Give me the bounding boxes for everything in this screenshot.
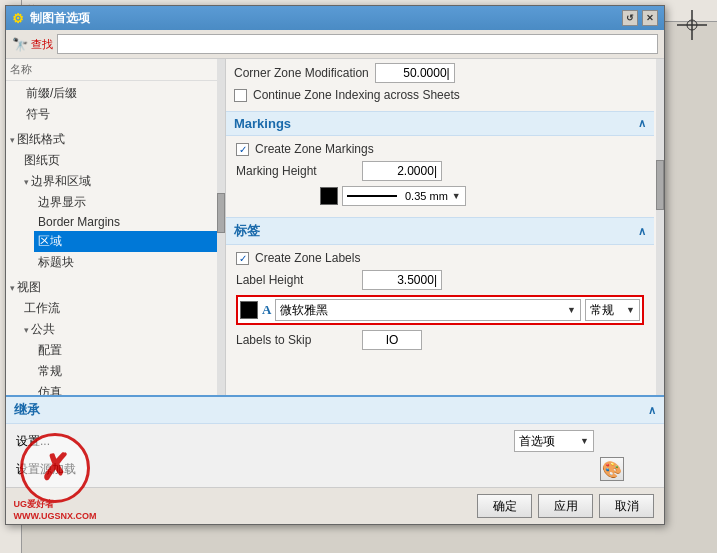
font-icon: A	[262, 302, 271, 318]
tree-item-border-display[interactable]: 边界显示	[34, 192, 225, 213]
corner-zone-label: Corner Zone Modification	[234, 66, 369, 80]
tree-label-border-zone[interactable]: ▾ 边界和区域	[20, 171, 225, 192]
labels-skip-row: Labels to Skip	[236, 330, 644, 350]
ok-button[interactable]: 确定	[477, 494, 532, 518]
markings-collapse-arrow[interactable]: ∧	[638, 117, 646, 130]
watermark-line2: WWW.UGSNX.COM	[14, 511, 97, 521]
tree-vscrollbar[interactable]	[217, 59, 225, 395]
label-height-label: Label Height	[236, 273, 356, 287]
tree-group-drawing: ▾ 图纸格式 图纸页 ▾ 边界和区域 边界显示	[6, 127, 225, 275]
font-select[interactable]: 微软雅黑 ▼	[275, 299, 581, 321]
inherit-row2: 设置源加载 🎨	[16, 457, 654, 481]
crosshair-cursor	[677, 10, 707, 40]
tree-col-name: 名称	[10, 62, 32, 77]
gear-icon: ⚙	[12, 11, 24, 26]
crosshair-svg	[677, 10, 707, 40]
right-panel-inner: Corner Zone Modification Continue Zone I…	[226, 59, 664, 361]
labels-collapse-arrow[interactable]: ∧	[638, 225, 646, 238]
line-preview-line	[347, 195, 397, 197]
line-style-row: 0.35 mm ▼	[236, 186, 644, 206]
line-color-swatch[interactable]	[320, 187, 338, 205]
tree-subchildren: 边界显示 Border Margins 区域 标题块	[20, 192, 225, 273]
create-labels-checkbox[interactable]: ✓	[236, 252, 249, 265]
tree-item-border-margins[interactable]: Border Margins	[34, 213, 225, 231]
font-row: A 微软雅黑 ▼ 常规 ▼	[236, 295, 644, 325]
tree-public-children: 配置 常规 仿真	[20, 340, 225, 395]
tree-item-zone[interactable]: 区域	[34, 231, 225, 252]
label-height-row: Label Height	[236, 270, 644, 290]
font-style-label: 常规	[590, 302, 614, 319]
inherit-collapse-arrow[interactable]: ∧	[648, 404, 656, 417]
tree-children-drawing: 图纸页 ▾ 边界和区域 边界显示 Border Margins	[6, 150, 225, 273]
label-height-input[interactable]	[362, 270, 442, 290]
tree-item-simulation[interactable]: 仿真	[34, 382, 225, 395]
labels-content: ✓ Create Zone Labels Label Height A 微软雅黑	[226, 245, 654, 361]
search-icon-area: 🔭 查找	[12, 37, 53, 52]
tree-vscroll-thumb[interactable]	[217, 193, 225, 233]
labels-title: 标签	[234, 222, 260, 240]
create-markings-checkbox[interactable]: ✓	[236, 143, 249, 156]
labels-checkmark: ✓	[239, 253, 247, 264]
font-style-arrow: ▼	[626, 305, 635, 315]
tree-group-prefix: 前缀/后缀 符号	[6, 81, 225, 127]
font-color-swatch[interactable]	[240, 301, 258, 319]
preferences-dialog: ⚙ 制图首选项 ↺ ✕ 🔭 查找 名称 前缀/后缀 符号	[5, 5, 665, 525]
line-dropdown-arrow: ▼	[452, 191, 461, 201]
continue-indexing-checkbox[interactable]	[234, 89, 247, 102]
close-button[interactable]: ✕	[642, 10, 658, 26]
tree-item-symbol[interactable]: 符号	[6, 104, 225, 125]
tree-label-drawing-format[interactable]: ▾ 图纸格式	[6, 129, 225, 150]
font-dropdown-arrow: ▼	[567, 305, 576, 315]
line-style-select[interactable]: 0.35 mm ▼	[342, 186, 466, 206]
tree-item-common[interactable]: 常规	[34, 361, 225, 382]
tree-label-view[interactable]: ▾ 视图	[6, 277, 225, 298]
tree-item-prefix[interactable]: 前缀/后缀	[6, 83, 225, 104]
tree-item-title-block[interactable]: 标题块	[34, 252, 225, 273]
inherit-controls: 首选项 ▼	[514, 430, 624, 452]
content-panel: Corner Zone Modification Continue Zone I…	[226, 59, 664, 395]
tree-panel: 名称 前缀/后缀 符号 ▾ 图纸格式 图纸页	[6, 59, 226, 395]
continue-indexing-row: Continue Zone Indexing across Sheets	[234, 88, 646, 102]
inherit-icon: 🎨	[602, 460, 622, 479]
inherit-dropdown-value: 首选项	[519, 433, 555, 450]
font-style-select[interactable]: 常规 ▼	[585, 299, 640, 321]
corner-zone-row: Corner Zone Modification	[234, 63, 646, 83]
create-markings-row: ✓ Create Zone Markings	[236, 142, 644, 156]
marking-height-input[interactable]	[362, 161, 442, 181]
labels-section-header: 标签 ∧	[226, 217, 654, 245]
watermark-circle: ✗	[20, 433, 90, 503]
apply-button[interactable]: 应用	[538, 494, 593, 518]
cancel-button[interactable]: 取消	[599, 494, 654, 518]
inherit-body: 设置... 首选项 ▼ 设置源加载 🎨	[6, 424, 664, 487]
inherit-icon-button[interactable]: 🎨	[600, 457, 624, 481]
tree-item-config[interactable]: 配置	[34, 340, 225, 361]
search-label: 查找	[31, 37, 53, 52]
corner-zone-input[interactable]	[375, 63, 455, 83]
tree-header-label: 名称	[6, 59, 225, 81]
inherit-title: 继承	[14, 401, 40, 419]
search-bar: 🔭 查找	[6, 30, 664, 59]
search-input[interactable]	[57, 34, 658, 54]
watermark: ✗ UG爱好者 WWW.UGSNX.COM	[20, 433, 90, 503]
checkmark: ✓	[239, 144, 247, 155]
top-content-area: Corner Zone Modification Continue Zone I…	[226, 59, 654, 111]
inherit-section: 继承 ∧ 设置... 首选项 ▼ 设置源加载 🎨	[6, 395, 664, 487]
labels-skip-input[interactable]	[362, 330, 422, 350]
line-thickness-label: 0.35 mm	[405, 190, 448, 202]
dialog-footer: 确定 应用 取消	[6, 487, 664, 524]
watermark-line1: UG爱好者	[14, 498, 97, 511]
markings-content: ✓ Create Zone Markings Marking Height	[226, 136, 654, 217]
inherit-dropdown[interactable]: 首选项 ▼	[514, 430, 594, 452]
tree-children-view: 工作流 ▾ 公共 配置 常规 仿真	[6, 298, 225, 395]
continue-indexing-label: Continue Zone Indexing across Sheets	[253, 88, 460, 102]
dialog-title: 制图首选项	[30, 10, 90, 27]
tree-item-sheet-page[interactable]: 图纸页	[20, 150, 225, 171]
inherit-row1: 设置... 首选项 ▼	[16, 430, 654, 452]
refresh-button[interactable]: ↺	[622, 10, 638, 26]
content-vscrollbar[interactable]	[656, 59, 664, 395]
tree-item-workflow[interactable]: 工作流	[20, 298, 225, 319]
create-labels-label: Create Zone Labels	[255, 251, 360, 265]
tree-label-public[interactable]: ▾ 公共	[20, 319, 225, 340]
markings-section-header: Markings ∧	[226, 111, 654, 136]
content-vscroll-thumb[interactable]	[656, 160, 664, 210]
